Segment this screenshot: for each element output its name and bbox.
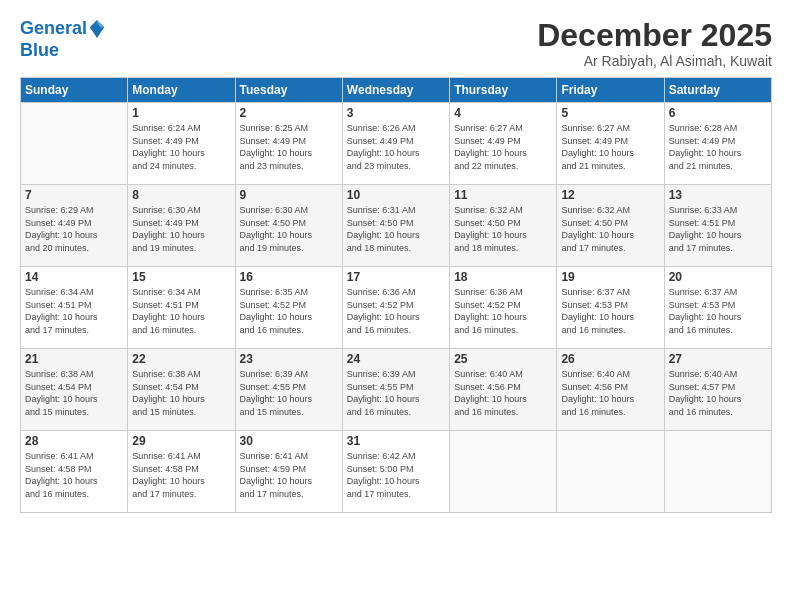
day-header-thursday: Thursday	[450, 78, 557, 103]
day-number: 4	[454, 106, 552, 120]
day-info: Sunrise: 6:36 AM Sunset: 4:52 PM Dayligh…	[454, 286, 552, 336]
location-subtitle: Ar Rabiyah, Al Asimah, Kuwait	[537, 53, 772, 69]
calendar-cell: 6Sunrise: 6:28 AM Sunset: 4:49 PM Daylig…	[664, 103, 771, 185]
day-header-friday: Friday	[557, 78, 664, 103]
day-info: Sunrise: 6:41 AM Sunset: 4:59 PM Dayligh…	[240, 450, 338, 500]
day-info: Sunrise: 6:35 AM Sunset: 4:52 PM Dayligh…	[240, 286, 338, 336]
day-number: 17	[347, 270, 445, 284]
calendar-cell: 20Sunrise: 6:37 AM Sunset: 4:53 PM Dayli…	[664, 267, 771, 349]
calendar-cell: 16Sunrise: 6:35 AM Sunset: 4:52 PM Dayli…	[235, 267, 342, 349]
day-info: Sunrise: 6:40 AM Sunset: 4:57 PM Dayligh…	[669, 368, 767, 418]
day-info: Sunrise: 6:40 AM Sunset: 4:56 PM Dayligh…	[454, 368, 552, 418]
day-number: 7	[25, 188, 123, 202]
calendar-table: SundayMondayTuesdayWednesdayThursdayFrid…	[20, 77, 772, 513]
day-number: 18	[454, 270, 552, 284]
day-number: 1	[132, 106, 230, 120]
day-info: Sunrise: 6:26 AM Sunset: 4:49 PM Dayligh…	[347, 122, 445, 172]
svg-marker-0	[90, 20, 104, 38]
calendar-cell: 26Sunrise: 6:40 AM Sunset: 4:56 PM Dayli…	[557, 349, 664, 431]
calendar-cell: 18Sunrise: 6:36 AM Sunset: 4:52 PM Dayli…	[450, 267, 557, 349]
day-number: 9	[240, 188, 338, 202]
calendar-cell: 12Sunrise: 6:32 AM Sunset: 4:50 PM Dayli…	[557, 185, 664, 267]
day-number: 13	[669, 188, 767, 202]
calendar-cell: 30Sunrise: 6:41 AM Sunset: 4:59 PM Dayli…	[235, 431, 342, 513]
calendar-cell: 27Sunrise: 6:40 AM Sunset: 4:57 PM Dayli…	[664, 349, 771, 431]
calendar-cell	[21, 103, 128, 185]
calendar-cell: 14Sunrise: 6:34 AM Sunset: 4:51 PM Dayli…	[21, 267, 128, 349]
calendar-cell: 17Sunrise: 6:36 AM Sunset: 4:52 PM Dayli…	[342, 267, 449, 349]
day-number: 14	[25, 270, 123, 284]
day-info: Sunrise: 6:31 AM Sunset: 4:50 PM Dayligh…	[347, 204, 445, 254]
day-number: 25	[454, 352, 552, 366]
calendar-cell: 7Sunrise: 6:29 AM Sunset: 4:49 PM Daylig…	[21, 185, 128, 267]
calendar-cell: 11Sunrise: 6:32 AM Sunset: 4:50 PM Dayli…	[450, 185, 557, 267]
page: General Blue December 2025 Ar Rabiyah, A…	[0, 0, 792, 612]
day-header-wednesday: Wednesday	[342, 78, 449, 103]
calendar-week-4: 21Sunrise: 6:38 AM Sunset: 4:54 PM Dayli…	[21, 349, 772, 431]
day-number: 3	[347, 106, 445, 120]
day-number: 29	[132, 434, 230, 448]
day-header-tuesday: Tuesday	[235, 78, 342, 103]
day-number: 8	[132, 188, 230, 202]
day-info: Sunrise: 6:29 AM Sunset: 4:49 PM Dayligh…	[25, 204, 123, 254]
month-title: December 2025	[537, 18, 772, 53]
day-number: 12	[561, 188, 659, 202]
day-info: Sunrise: 6:28 AM Sunset: 4:49 PM Dayligh…	[669, 122, 767, 172]
calendar-cell: 15Sunrise: 6:34 AM Sunset: 4:51 PM Dayli…	[128, 267, 235, 349]
calendar-cell: 23Sunrise: 6:39 AM Sunset: 4:55 PM Dayli…	[235, 349, 342, 431]
day-header-sunday: Sunday	[21, 78, 128, 103]
day-number: 11	[454, 188, 552, 202]
calendar-cell: 1Sunrise: 6:24 AM Sunset: 4:49 PM Daylig…	[128, 103, 235, 185]
day-number: 20	[669, 270, 767, 284]
calendar-week-1: 1Sunrise: 6:24 AM Sunset: 4:49 PM Daylig…	[21, 103, 772, 185]
day-number: 24	[347, 352, 445, 366]
day-number: 27	[669, 352, 767, 366]
day-info: Sunrise: 6:34 AM Sunset: 4:51 PM Dayligh…	[25, 286, 123, 336]
day-info: Sunrise: 6:38 AM Sunset: 4:54 PM Dayligh…	[25, 368, 123, 418]
day-info: Sunrise: 6:34 AM Sunset: 4:51 PM Dayligh…	[132, 286, 230, 336]
day-info: Sunrise: 6:40 AM Sunset: 4:56 PM Dayligh…	[561, 368, 659, 418]
day-header-saturday: Saturday	[664, 78, 771, 103]
day-info: Sunrise: 6:27 AM Sunset: 4:49 PM Dayligh…	[454, 122, 552, 172]
day-info: Sunrise: 6:42 AM Sunset: 5:00 PM Dayligh…	[347, 450, 445, 500]
calendar-cell	[450, 431, 557, 513]
day-number: 6	[669, 106, 767, 120]
calendar-cell: 5Sunrise: 6:27 AM Sunset: 4:49 PM Daylig…	[557, 103, 664, 185]
calendar-cell: 8Sunrise: 6:30 AM Sunset: 4:49 PM Daylig…	[128, 185, 235, 267]
calendar-cell: 2Sunrise: 6:25 AM Sunset: 4:49 PM Daylig…	[235, 103, 342, 185]
calendar-cell: 19Sunrise: 6:37 AM Sunset: 4:53 PM Dayli…	[557, 267, 664, 349]
day-number: 2	[240, 106, 338, 120]
calendar-cell: 24Sunrise: 6:39 AM Sunset: 4:55 PM Dayli…	[342, 349, 449, 431]
day-number: 5	[561, 106, 659, 120]
day-info: Sunrise: 6:36 AM Sunset: 4:52 PM Dayligh…	[347, 286, 445, 336]
calendar-cell: 3Sunrise: 6:26 AM Sunset: 4:49 PM Daylig…	[342, 103, 449, 185]
day-info: Sunrise: 6:25 AM Sunset: 4:49 PM Dayligh…	[240, 122, 338, 172]
day-number: 21	[25, 352, 123, 366]
calendar-cell: 31Sunrise: 6:42 AM Sunset: 5:00 PM Dayli…	[342, 431, 449, 513]
header: General Blue December 2025 Ar Rabiyah, A…	[20, 18, 772, 69]
logo-text: General	[20, 18, 107, 40]
day-number: 30	[240, 434, 338, 448]
calendar-cell: 25Sunrise: 6:40 AM Sunset: 4:56 PM Dayli…	[450, 349, 557, 431]
day-info: Sunrise: 6:37 AM Sunset: 4:53 PM Dayligh…	[669, 286, 767, 336]
calendar-cell: 13Sunrise: 6:33 AM Sunset: 4:51 PM Dayli…	[664, 185, 771, 267]
calendar-cell	[557, 431, 664, 513]
day-number: 15	[132, 270, 230, 284]
day-number: 28	[25, 434, 123, 448]
calendar-cell: 9Sunrise: 6:30 AM Sunset: 4:50 PM Daylig…	[235, 185, 342, 267]
day-info: Sunrise: 6:38 AM Sunset: 4:54 PM Dayligh…	[132, 368, 230, 418]
calendar-cell: 22Sunrise: 6:38 AM Sunset: 4:54 PM Dayli…	[128, 349, 235, 431]
calendar-week-3: 14Sunrise: 6:34 AM Sunset: 4:51 PM Dayli…	[21, 267, 772, 349]
calendar-week-2: 7Sunrise: 6:29 AM Sunset: 4:49 PM Daylig…	[21, 185, 772, 267]
day-info: Sunrise: 6:30 AM Sunset: 4:49 PM Dayligh…	[132, 204, 230, 254]
day-info: Sunrise: 6:41 AM Sunset: 4:58 PM Dayligh…	[132, 450, 230, 500]
day-info: Sunrise: 6:30 AM Sunset: 4:50 PM Dayligh…	[240, 204, 338, 254]
day-number: 23	[240, 352, 338, 366]
day-number: 31	[347, 434, 445, 448]
day-info: Sunrise: 6:33 AM Sunset: 4:51 PM Dayligh…	[669, 204, 767, 254]
logo-blue: Blue	[20, 40, 107, 61]
calendar-header-row: SundayMondayTuesdayWednesdayThursdayFrid…	[21, 78, 772, 103]
day-info: Sunrise: 6:32 AM Sunset: 4:50 PM Dayligh…	[561, 204, 659, 254]
calendar-cell	[664, 431, 771, 513]
day-number: 10	[347, 188, 445, 202]
